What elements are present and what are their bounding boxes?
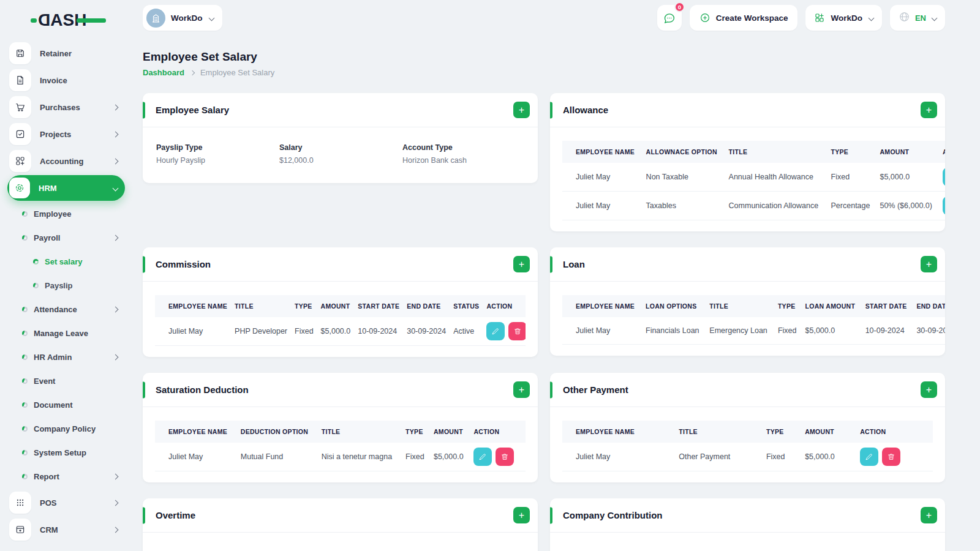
table-row: Juliet MayTaxablesCommunication Allowanc… <box>562 192 945 220</box>
bullet-icon <box>22 331 28 336</box>
sidebar-item-hr-admin[interactable]: HR Admin <box>7 345 125 369</box>
field-label: Salary <box>279 143 402 152</box>
bullet-icon <box>33 283 39 288</box>
edit-button[interactable] <box>473 448 492 466</box>
table-scroll-area: EMPLOYEE NAMETITLETYPEAMOUNTSTART DATEEN… <box>155 295 526 346</box>
sidebar-item-accounting[interactable]: Accounting <box>7 148 125 174</box>
edit-button[interactable] <box>943 168 945 186</box>
sidebar-item-employee[interactable]: Employee <box>7 202 125 226</box>
plus-icon: + <box>926 385 932 395</box>
topbar-actions: 0 Create Workspace WorkDo EN <box>657 5 945 31</box>
sidebar-item-crm[interactable]: CRM <box>7 517 125 542</box>
sidebar-item-purchases[interactable]: Purchases <box>7 94 125 120</box>
table-scroll-area[interactable]: EMPLOYEE NAMEALLOWNACE OPTIONTITLETYPEAM… <box>562 141 945 220</box>
chevron-right-icon <box>113 527 119 533</box>
sidebar-item-payslip[interactable]: Payslip <box>7 274 125 298</box>
plus-icon: + <box>519 105 524 115</box>
add-button[interactable]: + <box>921 256 937 272</box>
card-header: Loan + <box>550 247 945 282</box>
logo-bar-accent <box>77 18 106 23</box>
bullet-icon <box>22 307 28 312</box>
column-header: ACTION <box>856 421 933 443</box>
column-header: TITLE <box>675 421 763 443</box>
table-cell: Active <box>450 317 483 346</box>
chevron-down-icon <box>868 15 874 21</box>
column-header: ACTION <box>939 141 945 163</box>
column-header: AMOUNT <box>876 141 939 163</box>
table-scroll-area[interactable]: EMPLOYEE NAMELOAN OPTIONSTITLETYPELOAN A… <box>562 295 945 345</box>
sidebar-item-company-policy[interactable]: Company Policy <box>7 417 125 441</box>
delete-button[interactable] <box>496 448 514 466</box>
sidebar-item-label: Payroll <box>34 233 113 242</box>
column-header: EMPLOYEE NAME <box>155 295 231 317</box>
sidebar-item-label: Manage Leave <box>34 329 121 338</box>
messages-button[interactable]: 0 <box>657 5 682 31</box>
delete-button[interactable] <box>508 322 526 340</box>
sidebar-item-label: HRM <box>39 184 113 193</box>
field-value: $12,000.0 <box>279 156 402 165</box>
add-button[interactable]: + <box>921 381 937 398</box>
circle-plus-icon <box>699 12 710 23</box>
breadcrumb-current: Employee Set Salary <box>200 68 274 77</box>
loan-table: EMPLOYEE NAMELOAN OPTIONSTITLETYPELOAN A… <box>562 295 945 345</box>
create-workspace-button[interactable]: Create Workspace <box>690 5 798 31</box>
action-cell <box>470 443 526 471</box>
add-button[interactable]: + <box>513 256 530 272</box>
edit-button[interactable] <box>486 322 505 340</box>
table-cell: PHP Developer <box>231 317 291 346</box>
sidebar-item-label: Accounting <box>40 157 113 166</box>
chevron-right-icon <box>113 158 119 164</box>
add-button[interactable]: + <box>513 102 530 118</box>
edit-button[interactable] <box>943 197 945 215</box>
sidebar-item-document[interactable]: Document <box>7 393 125 417</box>
sidebar-item-manage-leave[interactable]: Manage Leave <box>7 321 125 345</box>
add-button[interactable]: + <box>513 507 530 523</box>
app-logo[interactable]: DASH <box>31 10 106 31</box>
sidebar-item-label: Purchases <box>40 103 113 112</box>
sidebar-item-set-salary[interactable]: Set salary <box>7 250 125 274</box>
sidebar-item-label: Retainer <box>40 49 121 58</box>
page-title: Employee Set Salary <box>143 50 945 64</box>
sidebar-item-projects[interactable]: Projects <box>7 121 125 147</box>
card-header: Commission + <box>143 247 538 282</box>
edit-button[interactable] <box>860 448 878 466</box>
sidebar-item-retainer[interactable]: Retainer <box>7 40 125 66</box>
delete-button[interactable] <box>882 448 900 466</box>
workdo-menu-button[interactable]: WorkDo <box>805 5 882 31</box>
employee-salary-body: Payslip Type Hourly Payslip Salary $12,0… <box>143 127 538 183</box>
chevron-down-icon <box>208 15 214 21</box>
language-selector[interactable]: EN <box>890 5 945 31</box>
card-title: Company Contribution <box>563 510 662 520</box>
add-button[interactable]: + <box>921 102 937 118</box>
card-title: Employee Salary <box>156 105 229 115</box>
workspace-switcher[interactable]: WorkDo <box>143 5 222 31</box>
plus-icon: + <box>519 260 524 269</box>
breadcrumb-dashboard-link[interactable]: Dashboard <box>143 68 184 77</box>
sidebar-item-attendance[interactable]: Attendance <box>7 298 125 321</box>
sidebar-item-report[interactable]: Report <box>7 465 125 489</box>
workdo-menu-label: WorkDo <box>831 13 862 23</box>
table-cell: 10-09-2024 <box>862 317 913 344</box>
table-cell: Fixed <box>402 443 430 471</box>
add-button[interactable]: + <box>921 507 937 523</box>
sidebar-item-system-setup[interactable]: System Setup <box>7 441 125 465</box>
bullet-icon <box>33 259 39 264</box>
sidebar-item-label: Projects <box>40 130 113 139</box>
add-button[interactable]: + <box>513 381 530 398</box>
sidebar-item-payroll[interactable]: Payroll <box>7 226 125 250</box>
breadcrumb: Dashboard Employee Set Salary <box>143 68 945 77</box>
table-cell: 30-09-2024 <box>913 317 945 344</box>
card-title: Commission <box>156 259 211 269</box>
table-cell: $5,000.0 <box>802 317 862 344</box>
sidebar-item-invoice[interactable]: Invoice <box>7 67 125 93</box>
card-header: Allowance + <box>550 93 945 127</box>
field-value: Horizon Bank cash <box>402 156 526 165</box>
table-cell: $5,000.0 <box>876 163 939 192</box>
sidebar-item-event[interactable]: Event <box>7 369 125 393</box>
sidebar-item-label: Report <box>34 472 113 481</box>
sidebar-item-hrm[interactable]: HRM <box>7 175 125 201</box>
loan-card: Loan + EMPLOYEE NAMELOAN OPTIONSTITLETYP… <box>550 247 945 356</box>
sidebar-item-pos[interactable]: POS <box>7 490 125 515</box>
table-header-row: EMPLOYEE NAMEALLOWNACE OPTIONTITLETYPEAM… <box>562 141 945 163</box>
invoice-icon <box>9 69 31 91</box>
